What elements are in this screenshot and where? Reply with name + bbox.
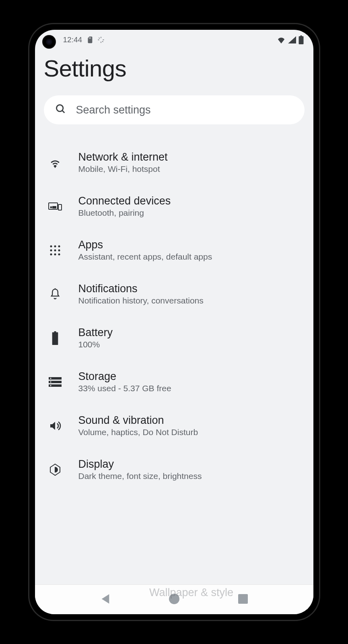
settings-item-sound[interactable]: Sound & vibration Volume, haptics, Do No… [44, 404, 305, 448]
apps-grid-icon [47, 245, 63, 256]
item-title: Notifications [78, 283, 301, 295]
settings-item-display[interactable]: Display Dark theme, font size, brightnes… [44, 448, 305, 491]
status-bar-left: 12:44 [63, 35, 105, 44]
item-text: Apps Assistant, recent apps, default app… [78, 239, 301, 262]
item-text: Storage 33% used - 5.37 GB free [78, 370, 301, 393]
status-bar: 12:44 [35, 30, 313, 47]
item-title: Storage [78, 370, 301, 383]
svg-rect-5 [53, 206, 56, 208]
page-title: Settings [44, 55, 305, 82]
item-subtitle: 33% used - 5.37 GB free [78, 384, 301, 393]
settings-item-connected-devices[interactable]: Connected devices Bluetooth, pairing [44, 184, 305, 228]
settings-item-notifications[interactable]: Notifications Notification history, conv… [44, 272, 305, 316]
svg-point-4 [50, 206, 51, 208]
item-title: Display [78, 458, 301, 471]
svg-point-20 [50, 381, 51, 382]
item-title: Connected devices [78, 195, 301, 207]
svg-point-9 [50, 249, 52, 251]
svg-point-6 [50, 245, 52, 247]
content-area[interactable]: Settings Search settings Network & inter… [35, 47, 313, 584]
item-subtitle: Assistant, recent apps, default apps [78, 252, 301, 262]
battery-icon [299, 35, 304, 44]
svg-point-10 [54, 249, 56, 251]
sd-card-icon [86, 36, 93, 44]
status-bar-right [277, 35, 304, 44]
svg-point-0 [56, 105, 63, 111]
settings-item-network[interactable]: Network & internet Mobile, Wi-Fi, hotspo… [44, 140, 305, 184]
svg-point-13 [54, 253, 56, 255]
svg-rect-3 [58, 204, 62, 210]
battery-icon [47, 331, 63, 345]
svg-point-23 [169, 594, 179, 604]
search-icon [55, 103, 66, 116]
recents-button[interactable] [230, 590, 256, 610]
item-text: Connected devices Bluetooth, pairing [78, 195, 301, 218]
item-subtitle: Bluetooth, pairing [78, 208, 301, 218]
search-bar[interactable]: Search settings [44, 95, 305, 124]
item-text: Sound & vibration Volume, haptics, Do No… [78, 414, 301, 437]
svg-line-1 [62, 111, 64, 113]
phone-frame: 12:44 Settings [29, 24, 319, 620]
svg-point-12 [50, 253, 52, 255]
camera-hole [42, 35, 56, 49]
settings-item-battery[interactable]: Battery 100% [44, 316, 305, 360]
sync-icon [97, 36, 105, 44]
back-button[interactable] [92, 589, 119, 610]
item-title: Apps [78, 239, 301, 251]
wifi-icon [277, 36, 286, 43]
item-text: Network & internet Mobile, Wi-Fi, hotspo… [78, 151, 301, 174]
svg-rect-24 [238, 594, 248, 604]
settings-list: Network & internet Mobile, Wi-Fi, hotspo… [44, 140, 305, 491]
item-subtitle: Notification history, conversations [78, 296, 301, 305]
svg-point-14 [58, 253, 60, 255]
item-title: Battery [78, 326, 301, 339]
item-subtitle: 100% [78, 340, 301, 349]
item-subtitle: Volume, haptics, Do Not Disturb [78, 427, 301, 437]
svg-point-11 [58, 249, 60, 251]
svg-point-19 [50, 378, 51, 379]
storage-icon [47, 377, 63, 387]
phone-screen: 12:44 Settings [35, 30, 313, 614]
svg-point-8 [58, 245, 60, 247]
svg-point-21 [50, 385, 51, 386]
devices-icon [47, 201, 63, 212]
item-title: Sound & vibration [78, 414, 301, 427]
brightness-icon [47, 463, 63, 476]
svg-point-7 [54, 245, 56, 247]
search-placeholder: Search settings [76, 104, 151, 116]
item-title: Network & internet [78, 151, 301, 163]
settings-item-apps[interactable]: Apps Assistant, recent apps, default app… [44, 228, 305, 272]
status-time: 12:44 [63, 35, 82, 44]
home-button[interactable] [161, 589, 188, 610]
item-text: Battery 100% [78, 326, 301, 349]
volume-icon [47, 420, 63, 431]
settings-item-storage[interactable]: Storage 33% used - 5.37 GB free [44, 360, 305, 404]
item-text: Display Dark theme, font size, brightnes… [78, 458, 301, 481]
signal-icon [288, 36, 296, 43]
item-text: Notifications Notification history, conv… [78, 283, 301, 305]
item-subtitle: Mobile, Wi-Fi, hotspot [78, 164, 301, 174]
item-subtitle: Dark theme, font size, brightness [78, 471, 301, 481]
wifi-icon [47, 157, 63, 168]
navigation-bar [35, 584, 313, 614]
bell-icon [47, 288, 63, 301]
